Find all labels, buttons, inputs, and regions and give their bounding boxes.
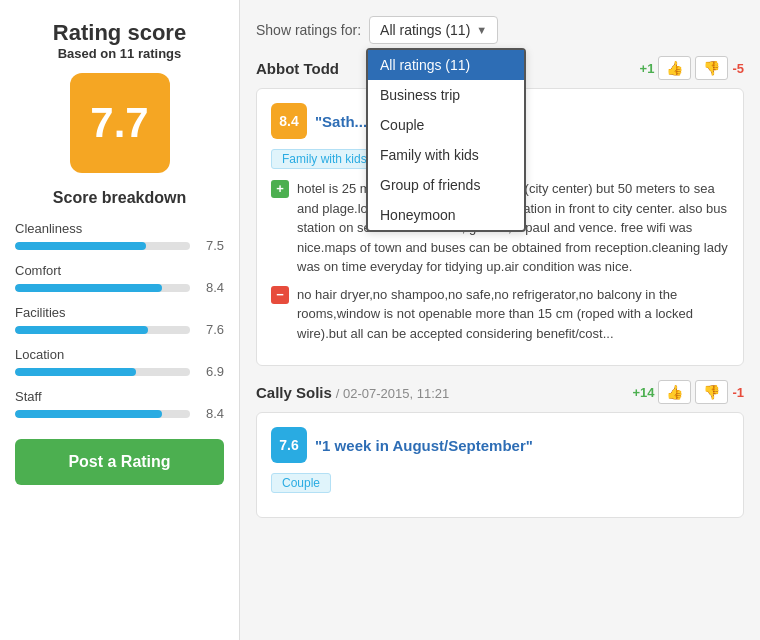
post-rating-button[interactable]: Post a Rating [15,439,224,485]
breakdown-bar-fill [15,242,146,250]
score-number: 7.7 [90,99,148,147]
thumb-up-button[interactable]: 👍 [658,56,691,80]
breakdown-item: Location 6.9 [15,347,224,379]
show-ratings-label: Show ratings for: [256,22,361,38]
tag-row: Couple [271,473,729,493]
dropdown-option[interactable]: Group of friends [368,170,524,200]
review-wrapper: Cally Solis / 02-07-2015, 11:21 +14 👍 👎 … [256,380,744,518]
breakdown-label: Comfort [15,263,224,278]
negative-review-item: − no hair dryer,no shampoo,no safe,no re… [271,285,729,344]
breakdown-label: Facilities [15,305,224,320]
review-card: 7.6 "1 week in August/September" Couple [256,412,744,518]
breakdown-bar-fill [15,326,148,334]
breakdown-title: Score breakdown [15,189,224,207]
breakdown-label: Staff [15,389,224,404]
score-badge: 7.7 [70,73,170,173]
traveler-type-tag: Family with kids [271,149,378,169]
breakdown-bar-fill [15,368,136,376]
breakdown-bar-row: 8.4 [15,280,224,295]
breakdown-value: 7.5 [196,238,224,253]
review-title-row: 7.6 "1 week in August/September" [271,427,729,463]
vote-plus: +14 [632,385,654,400]
traveler-type-tag: Couple [271,473,331,493]
dropdown-option[interactable]: Business trip [368,80,524,110]
reviewer-name: Cally Solis / 02-07-2015, 11:21 [256,384,449,401]
breakdown-value: 8.4 [196,406,224,421]
ratings-dropdown-button[interactable]: All ratings (11) ▼ [369,16,498,44]
vote-minus: -5 [732,61,744,76]
breakdown-item: Cleanliness 7.5 [15,221,224,253]
vote-plus: +1 [640,61,655,76]
negative-text: no hair dryer,no shampoo,no safe,no refr… [297,285,729,344]
dropdown-option[interactable]: Honeymoon [368,200,524,230]
breakdown-bar-bg [15,326,190,334]
breakdown-bar-fill [15,410,162,418]
main-content: Show ratings for: All ratings (11) ▼ All… [240,0,760,640]
review-header: Cally Solis / 02-07-2015, 11:21 +14 👍 👎 … [256,380,744,404]
thumb-up-button[interactable]: 👍 [658,380,691,404]
dropdown-option[interactable]: Couple [368,110,524,140]
breakdown-bar-row: 8.4 [15,406,224,421]
vote-row: +1 👍 👎 -5 [640,56,744,80]
rating-count: 11 [120,46,134,61]
breakdown-bar-row: 7.6 [15,322,224,337]
breakdown-item: Comfort 8.4 [15,263,224,295]
sidebar: Rating score Based on 11 ratings 7.7 Sco… [0,0,240,640]
vote-minus: -1 [732,385,744,400]
review-score-badge: 8.4 [271,103,307,139]
review-title: "1 week in August/September" [315,437,533,454]
based-on-text: Based on 11 ratings [15,46,224,61]
breakdown-bar-fill [15,284,162,292]
breakdown-bar-bg [15,284,190,292]
thumb-down-button[interactable]: 👎 [695,380,728,404]
breakdown-bar-bg [15,368,190,376]
breakdown-value: 7.6 [196,322,224,337]
dropdown-option[interactable]: All ratings (11) [368,50,524,80]
review-score-badge: 7.6 [271,427,307,463]
breakdown-label: Location [15,347,224,362]
dropdown-option[interactable]: Family with kids [368,140,524,170]
chevron-down-icon: ▼ [476,24,487,36]
breakdown-label: Cleanliness [15,221,224,236]
negative-icon: − [271,286,289,304]
show-ratings-row: Show ratings for: All ratings (11) ▼ All… [256,16,744,44]
breakdown-item: Facilities 7.6 [15,305,224,337]
positive-icon: + [271,180,289,198]
rating-score-title: Rating score [15,20,224,46]
breakdown-bar-bg [15,410,190,418]
ratings-dropdown-menu: All ratings (11)Business tripCoupleFamil… [366,48,526,232]
review-title: "Sath... [315,113,367,130]
breakdown-value: 8.4 [196,280,224,295]
reviewer-name: Abbot Todd [256,60,339,77]
breakdown-bar-row: 6.9 [15,364,224,379]
breakdown-bar-row: 7.5 [15,238,224,253]
dropdown-selected-label: All ratings (11) [380,22,470,38]
breakdown-item: Staff 8.4 [15,389,224,421]
breakdown-value: 6.9 [196,364,224,379]
breakdown-bar-bg [15,242,190,250]
thumb-down-button[interactable]: 👎 [695,56,728,80]
breakdown-list: Cleanliness 7.5 Comfort 8.4 Facilities 7… [15,221,224,421]
vote-row: +14 👍 👎 -1 [632,380,744,404]
